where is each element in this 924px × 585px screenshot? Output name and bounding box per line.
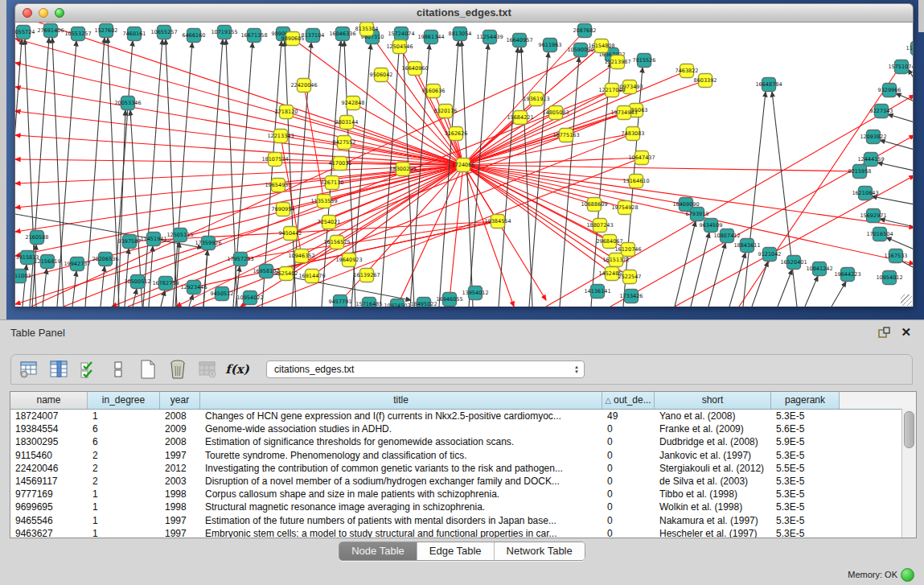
delete-table-icon[interactable]: [197, 359, 218, 380]
graph-node[interactable]: 7483083: [622, 127, 645, 141]
graph-node[interactable]: 8137104: [302, 29, 325, 43]
graph-node[interactable]: 9506042: [370, 68, 393, 82]
column-header-pagerank[interactable]: pagerank: [771, 392, 840, 409]
table-row[interactable]: 969969511998Structural magnetic resonanc…: [10, 501, 916, 513]
column-header-in_degree[interactable]: in_degree: [88, 392, 160, 409]
column-header-name[interactable]: name: [10, 392, 88, 409]
table-row[interactable]: 1872400712008Changes of HCN gene express…: [10, 410, 916, 422]
graph-node[interactable]: 10719155: [211, 26, 237, 39]
graph-node[interactable]: 8603392: [694, 74, 717, 88]
graph-node[interactable]: 5051003: [15, 270, 31, 283]
table-row[interactable]: 911546021997Tourette syndrome. Phenomeno…: [10, 449, 916, 462]
table-scrollbar-thumb[interactable]: [904, 411, 914, 448]
network-canvas[interactable]: 5055724276914061055325715276027460161106…: [14, 23, 914, 307]
table-scrollbar[interactable]: [901, 409, 916, 538]
graph-node[interactable]: 10647437: [628, 151, 655, 165]
tab-node-table[interactable]: Node Table: [339, 542, 417, 560]
graph-node[interactable]: 16671358: [240, 29, 267, 43]
tab-edge-table[interactable]: Edge Table: [417, 542, 495, 560]
graph-node[interactable]: 12504546: [386, 40, 413, 54]
graph-node[interactable]: 2087682: [573, 24, 597, 38]
graph-node[interactable]: 10688609: [581, 198, 607, 212]
table-row[interactable]: 946554611997Estimation of the future num…: [10, 514, 916, 527]
graph-node[interactable]: 5055724: [15, 26, 35, 39]
graph-node[interactable]: 16640957: [506, 34, 532, 47]
graph-node[interactable]: 6466160: [183, 29, 206, 43]
graph-node[interactable]: 9457791: [329, 295, 352, 307]
graph-node[interactable]: 16156575: [323, 236, 350, 249]
column-header-out_de[interactable]: △out_de...: [602, 392, 655, 409]
graph-node[interactable]: 7815526: [633, 54, 656, 68]
select-columns-icon[interactable]: [78, 359, 99, 380]
graph-node[interactable]: 15724074: [388, 27, 414, 41]
graph-node[interactable]: 1527602: [95, 24, 118, 38]
new-column-icon[interactable]: [138, 359, 158, 380]
graph-node[interactable]: 18495022: [410, 298, 437, 307]
graph-node[interactable]: 1167533: [885, 249, 908, 263]
network-view-window[interactable]: citations_edges.txt 50557242769140610553…: [14, 3, 914, 307]
graph-node[interactable]: 16640960: [401, 62, 428, 76]
graph-node[interactable]: 7460161: [123, 27, 146, 41]
graph-node[interactable]: 18775163: [552, 129, 579, 142]
graph-node[interactable]: 16046336: [329, 27, 355, 41]
graph-node[interactable]: 7463822: [676, 64, 699, 78]
function-builder-icon[interactable]: f(x): [227, 359, 248, 380]
graph-node[interactable]: 19942737: [64, 257, 90, 271]
graph-node[interactable]: 11353559: [310, 195, 337, 208]
close-panel-icon[interactable]: ✕: [901, 325, 911, 340]
tab-network-table[interactable]: Network Table: [495, 542, 585, 560]
graph-node[interactable]: 10841242: [806, 262, 832, 276]
float-window-icon[interactable]: [878, 327, 890, 339]
graph-node[interactable]: 12923446: [180, 281, 207, 295]
table-row[interactable]: 1456911722003Disruption of a novel membe…: [10, 475, 916, 488]
graph-node[interactable]: 2160588: [26, 231, 49, 245]
table-selector-dropdown[interactable]: citations_edges.txt ▲▼: [266, 360, 585, 378]
graph-node[interactable]: 8813054: [449, 27, 472, 41]
graph-node[interactable]: 3162626: [445, 127, 468, 141]
graph-node[interactable]: 13164610: [622, 175, 649, 188]
graph-node[interactable]: 10954012: [876, 271, 902, 285]
graph-node[interactable]: 10954022: [236, 291, 263, 305]
table-row[interactable]: 1938455462009Genome-wide association stu…: [10, 422, 916, 435]
graph-node[interactable]: 11254439: [476, 31, 503, 44]
graph-node[interactable]: 18843611: [733, 239, 760, 253]
graph-node[interactable]: 16648784: [755, 78, 782, 92]
graph-node[interactable]: 9611963: [539, 39, 562, 52]
column-header-short[interactable]: short: [655, 392, 771, 409]
column-header-title[interactable]: title: [200, 392, 602, 409]
graph-node[interactable]: 17359926: [195, 237, 221, 250]
table-row[interactable]: 1830029562008Estimation of significance …: [10, 435, 916, 448]
graph-node[interactable]: 10500512: [124, 275, 150, 289]
graph-node[interactable]: 16914479: [298, 270, 325, 283]
graph-node[interactable]: 22420046: [290, 79, 317, 93]
show-columns-icon[interactable]: [48, 359, 69, 380]
table-row[interactable]: 946362711997Embryonic stem cells: a mode…: [10, 527, 916, 538]
graph-node[interactable]: 16139267: [353, 269, 380, 282]
graph-node[interactable]: 17957253: [227, 253, 253, 266]
graph-node[interactable]: 13954012: [462, 286, 488, 300]
graph-node[interactable]: 1111731: [906, 42, 913, 56]
graph-node[interactable]: 2718120: [275, 105, 298, 119]
graph-node[interactable]: 16210643: [852, 187, 878, 200]
graph-edge: [462, 41, 473, 307]
graph-node[interactable]: 18107534: [261, 153, 288, 167]
graph-node[interactable]: 12093822: [860, 130, 886, 144]
graph-node[interactable]: 1733426: [620, 290, 643, 303]
resize-grip[interactable]: [901, 295, 912, 306]
graph-node[interactable]: 11451941: [140, 233, 166, 246]
window-titlebar[interactable]: citations_edges.txt: [14, 3, 914, 23]
table-row[interactable]: 2242004622012Investigating the contribut…: [10, 462, 916, 475]
table-row[interactable]: 977716911998Corpus callosum shape and si…: [10, 488, 916, 501]
row-height-icon[interactable]: [108, 359, 129, 380]
graph-node[interactable]: 16520401: [780, 256, 807, 270]
column-header-year[interactable]: year: [160, 392, 200, 409]
graph-node[interactable]: 14136141: [584, 285, 610, 299]
graph-node[interactable]: 27691406: [37, 24, 64, 38]
graph-node[interactable]: 19861344: [417, 31, 444, 44]
delete-columns-icon[interactable]: [167, 359, 188, 380]
table-mode-icon[interactable]: [18, 359, 39, 380]
graph-node[interactable]: 15716485: [355, 298, 382, 307]
graph-node[interactable]: 10655257: [150, 26, 177, 39]
graph-node[interactable]: 19644223: [834, 268, 860, 282]
graph-node[interactable]: 10924502: [384, 299, 410, 307]
